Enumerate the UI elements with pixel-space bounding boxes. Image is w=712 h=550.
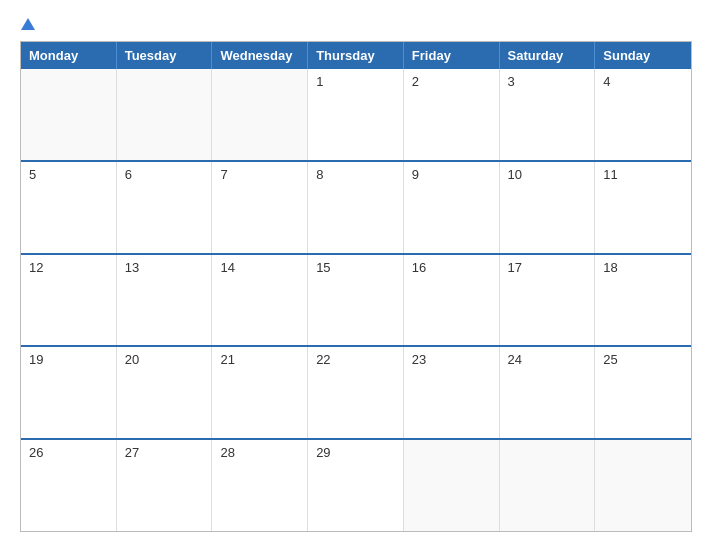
day-number: 21 <box>220 352 234 367</box>
cal-cell: 28 <box>212 440 308 531</box>
day-number: 13 <box>125 260 139 275</box>
day-number: 19 <box>29 352 43 367</box>
cal-cell: 25 <box>595 347 691 438</box>
cal-cell: 4 <box>595 69 691 160</box>
cal-cell: 12 <box>21 255 117 346</box>
day-number: 2 <box>412 74 419 89</box>
cal-cell: 14 <box>212 255 308 346</box>
cal-cell: 19 <box>21 347 117 438</box>
cal-cell: 13 <box>117 255 213 346</box>
calendar-body: 1234567891011121314151617181920212223242… <box>21 69 691 531</box>
cal-cell <box>21 69 117 160</box>
cal-cell: 8 <box>308 162 404 253</box>
cal-cell: 18 <box>595 255 691 346</box>
day-number: 9 <box>412 167 419 182</box>
day-number: 20 <box>125 352 139 367</box>
cal-cell: 10 <box>500 162 596 253</box>
cal-cell: 22 <box>308 347 404 438</box>
cal-cell: 26 <box>21 440 117 531</box>
cal-cell <box>404 440 500 531</box>
calendar: MondayTuesdayWednesdayThursdayFridaySatu… <box>20 41 692 532</box>
cal-cell: 21 <box>212 347 308 438</box>
day-number: 26 <box>29 445 43 460</box>
day-number: 14 <box>220 260 234 275</box>
cal-week-5: 26272829 <box>21 438 691 531</box>
cal-week-4: 19202122232425 <box>21 345 691 438</box>
cal-cell: 17 <box>500 255 596 346</box>
cal-header-monday: Monday <box>21 42 117 69</box>
cal-week-3: 12131415161718 <box>21 253 691 346</box>
cal-header-thursday: Thursday <box>308 42 404 69</box>
cal-cell: 3 <box>500 69 596 160</box>
day-number: 24 <box>508 352 522 367</box>
cal-week-1: 1234 <box>21 69 691 160</box>
calendar-header-row: MondayTuesdayWednesdayThursdayFridaySatu… <box>21 42 691 69</box>
logo-triangle-icon <box>21 18 35 30</box>
day-number: 27 <box>125 445 139 460</box>
cal-cell: 27 <box>117 440 213 531</box>
cal-header-sunday: Sunday <box>595 42 691 69</box>
day-number: 1 <box>316 74 323 89</box>
header <box>20 18 692 31</box>
day-number: 11 <box>603 167 617 182</box>
calendar-page: MondayTuesdayWednesdayThursdayFridaySatu… <box>0 0 712 550</box>
day-number: 5 <box>29 167 36 182</box>
day-number: 7 <box>220 167 227 182</box>
cal-cell: 24 <box>500 347 596 438</box>
cal-cell <box>117 69 213 160</box>
cal-header-tuesday: Tuesday <box>117 42 213 69</box>
day-number: 17 <box>508 260 522 275</box>
day-number: 6 <box>125 167 132 182</box>
logo <box>20 18 35 31</box>
cal-header-saturday: Saturday <box>500 42 596 69</box>
cal-cell: 23 <box>404 347 500 438</box>
cal-cell: 2 <box>404 69 500 160</box>
day-number: 16 <box>412 260 426 275</box>
logo-top <box>20 18 35 31</box>
cal-cell <box>500 440 596 531</box>
cal-cell: 15 <box>308 255 404 346</box>
day-number: 29 <box>316 445 330 460</box>
day-number: 4 <box>603 74 610 89</box>
cal-cell <box>595 440 691 531</box>
cal-cell: 9 <box>404 162 500 253</box>
cal-week-2: 567891011 <box>21 160 691 253</box>
cal-cell: 11 <box>595 162 691 253</box>
day-number: 28 <box>220 445 234 460</box>
cal-cell: 5 <box>21 162 117 253</box>
cal-header-wednesday: Wednesday <box>212 42 308 69</box>
cal-header-friday: Friday <box>404 42 500 69</box>
cal-cell: 7 <box>212 162 308 253</box>
day-number: 22 <box>316 352 330 367</box>
day-number: 12 <box>29 260 43 275</box>
cal-cell: 6 <box>117 162 213 253</box>
day-number: 23 <box>412 352 426 367</box>
day-number: 15 <box>316 260 330 275</box>
day-number: 18 <box>603 260 617 275</box>
day-number: 8 <box>316 167 323 182</box>
cal-cell: 16 <box>404 255 500 346</box>
day-number: 25 <box>603 352 617 367</box>
cal-cell <box>212 69 308 160</box>
cal-cell: 29 <box>308 440 404 531</box>
cal-cell: 20 <box>117 347 213 438</box>
cal-cell: 1 <box>308 69 404 160</box>
day-number: 10 <box>508 167 522 182</box>
day-number: 3 <box>508 74 515 89</box>
